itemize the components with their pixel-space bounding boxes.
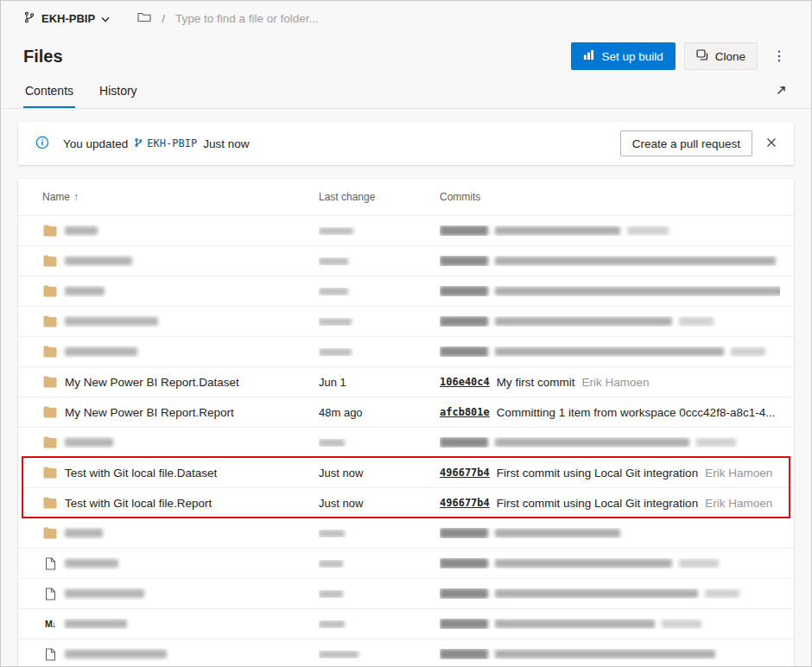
table-row[interactable]: Test with Git local file.ReportJust now4… bbox=[18, 487, 794, 518]
git-branch-icon bbox=[134, 137, 143, 150]
commits-cell bbox=[440, 226, 780, 236]
commits-cell bbox=[440, 316, 780, 327]
table-row[interactable] bbox=[18, 638, 794, 667]
banner-text-prefix: You updated bbox=[63, 137, 128, 150]
branch-selector-label: EKH-PBIP bbox=[41, 12, 95, 25]
name-cell bbox=[42, 225, 319, 237]
name-cell bbox=[42, 255, 319, 267]
table-row[interactable] bbox=[18, 518, 794, 548]
last-change-cell bbox=[319, 620, 440, 628]
banner-dismiss-button[interactable] bbox=[761, 134, 782, 154]
markdown-glyph: M↓ bbox=[45, 619, 55, 629]
commits-cell bbox=[440, 346, 780, 357]
last-change-cell bbox=[319, 227, 440, 235]
last-change-cell bbox=[319, 560, 440, 568]
clone-button[interactable]: Clone bbox=[684, 42, 758, 70]
chevron-down-icon bbox=[101, 12, 110, 25]
last-change-value: Just now bbox=[319, 467, 363, 480]
fullscreen-button[interactable] bbox=[773, 75, 789, 108]
more-options-button[interactable]: ⋮ bbox=[766, 48, 792, 65]
table-row[interactable]: My New Power BI Report.Report48m agoafcb… bbox=[18, 397, 794, 427]
name-cell: My New Power BI Report.Dataset bbox=[42, 376, 319, 389]
redacted-text bbox=[440, 316, 488, 327]
redacted-text bbox=[65, 650, 167, 658]
redacted-text bbox=[495, 257, 776, 265]
commits-cell: 106e40c4My first commitErik Hamoen bbox=[440, 376, 780, 389]
redacted-text bbox=[440, 226, 488, 236]
redacted-text bbox=[495, 347, 724, 356]
tab-contents[interactable]: Contents bbox=[23, 75, 75, 108]
commit-author: Erik Hamoen bbox=[705, 467, 772, 480]
redacted-text bbox=[319, 348, 352, 356]
table-row[interactable]: M↓ bbox=[18, 608, 794, 638]
redacted-text bbox=[495, 287, 780, 295]
commit-message: First commit using Local Git integration bbox=[497, 497, 698, 510]
topbar: EKH-PBIP / bbox=[1, 1, 811, 35]
table-row[interactable] bbox=[18, 548, 794, 578]
redacted-text bbox=[65, 287, 105, 295]
folder-outline-icon[interactable] bbox=[137, 11, 151, 26]
file-name: Test with Git local file.Dataset bbox=[65, 467, 217, 480]
column-header-commits[interactable]: Commits bbox=[440, 191, 780, 203]
column-header-last-change[interactable]: Last change bbox=[319, 191, 440, 203]
sort-ascending-icon: ↑ bbox=[73, 191, 79, 203]
table-row[interactable] bbox=[18, 306, 794, 336]
tabs: Contents History bbox=[23, 75, 139, 108]
header-actions: Set up build Clone ⋮ bbox=[571, 42, 792, 70]
column-header-name[interactable]: Name ↑ bbox=[42, 191, 319, 203]
commit-hash-link[interactable]: 496677b4 bbox=[440, 497, 490, 509]
commits-cell bbox=[440, 437, 780, 448]
file-table-body: My New Power BI Report.DatasetJun 1106e4… bbox=[18, 215, 794, 667]
redacted-text bbox=[65, 257, 132, 265]
last-change-cell bbox=[319, 439, 440, 447]
file-icon bbox=[42, 588, 58, 600]
create-pull-request-button[interactable]: Create a pull request bbox=[620, 130, 752, 156]
commits-cell bbox=[440, 256, 780, 266]
setup-build-button[interactable]: Set up build bbox=[571, 42, 675, 70]
table-row[interactable]: Test with Git local file.DatasetJust now… bbox=[18, 457, 794, 487]
file-search-input[interactable] bbox=[175, 12, 460, 25]
redacted-text bbox=[731, 347, 765, 356]
table-row[interactable] bbox=[18, 215, 794, 245]
redacted-text bbox=[440, 346, 488, 357]
commit-hash-link[interactable]: 496677b4 bbox=[440, 467, 490, 479]
commits-cell bbox=[440, 528, 780, 538]
redacted-text bbox=[440, 558, 488, 569]
redacted-text bbox=[627, 226, 669, 235]
table-row[interactable] bbox=[18, 245, 794, 276]
last-change-cell: Jun 1 bbox=[319, 376, 440, 389]
name-cell bbox=[42, 285, 319, 297]
redacted-text bbox=[319, 227, 353, 235]
commit-message: My first commit bbox=[497, 376, 575, 389]
branch-selector[interactable]: EKH-PBIP bbox=[23, 11, 110, 26]
redacted-text bbox=[65, 317, 158, 326]
folder-icon bbox=[42, 225, 58, 237]
table-row[interactable] bbox=[18, 276, 794, 306]
close-icon bbox=[766, 137, 777, 150]
banner-branch-link[interactable]: EKH-PBIP bbox=[134, 137, 197, 150]
redacted-text bbox=[319, 439, 345, 447]
path-bar: / bbox=[137, 11, 460, 26]
table-row[interactable]: My New Power BI Report.DatasetJun 1106e4… bbox=[18, 366, 794, 397]
redacted-text bbox=[495, 559, 672, 568]
table-row[interactable] bbox=[18, 427, 794, 457]
name-cell: M↓ bbox=[42, 619, 319, 629]
table-row[interactable] bbox=[18, 578, 794, 608]
last-change-cell bbox=[319, 288, 440, 295]
name-cell: Test with Git local file.Report bbox=[42, 497, 319, 510]
redacted-text bbox=[495, 529, 620, 537]
tab-history[interactable]: History bbox=[98, 75, 139, 108]
update-banner: You updated EKH-PBIP Just now Create a p… bbox=[18, 122, 794, 165]
name-cell: My New Power BI Report.Report bbox=[42, 406, 319, 419]
folder-icon bbox=[42, 315, 58, 327]
redacted-text bbox=[495, 317, 672, 326]
folder-icon bbox=[42, 255, 58, 267]
redacted-text bbox=[495, 226, 620, 235]
git-branch-icon bbox=[23, 11, 35, 26]
build-chart-icon bbox=[583, 49, 594, 63]
commit-hash-link[interactable]: 106e40c4 bbox=[440, 376, 490, 388]
commit-hash-link[interactable]: afcb801e bbox=[440, 406, 490, 418]
folder-icon bbox=[42, 527, 58, 539]
table-row[interactable] bbox=[18, 336, 794, 366]
last-change-cell bbox=[319, 651, 440, 658]
